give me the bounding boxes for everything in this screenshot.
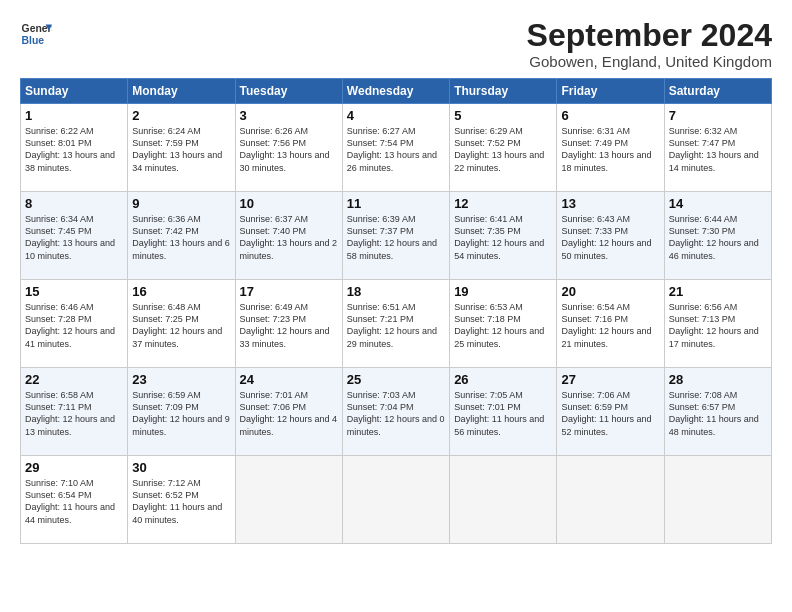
- day-info: Sunrise: 6:48 AM Sunset: 7:25 PM Dayligh…: [132, 301, 230, 350]
- day-number: 13: [561, 196, 659, 211]
- table-row: [664, 456, 771, 544]
- logo: General Blue: [20, 18, 52, 50]
- day-info: Sunrise: 6:58 AM Sunset: 7:11 PM Dayligh…: [25, 389, 123, 438]
- day-number: 1: [25, 108, 123, 123]
- table-row: 29Sunrise: 7:10 AM Sunset: 6:54 PM Dayli…: [21, 456, 128, 544]
- table-row: 10Sunrise: 6:37 AM Sunset: 7:40 PM Dayli…: [235, 192, 342, 280]
- calendar-week-row: 29Sunrise: 7:10 AM Sunset: 6:54 PM Dayli…: [21, 456, 772, 544]
- svg-text:Blue: Blue: [22, 35, 45, 46]
- table-row: 7Sunrise: 6:32 AM Sunset: 7:47 PM Daylig…: [664, 104, 771, 192]
- table-row: 13Sunrise: 6:43 AM Sunset: 7:33 PM Dayli…: [557, 192, 664, 280]
- day-info: Sunrise: 6:43 AM Sunset: 7:33 PM Dayligh…: [561, 213, 659, 262]
- day-info: Sunrise: 6:53 AM Sunset: 7:18 PM Dayligh…: [454, 301, 552, 350]
- calendar-week-row: 8Sunrise: 6:34 AM Sunset: 7:45 PM Daylig…: [21, 192, 772, 280]
- table-row: 4Sunrise: 6:27 AM Sunset: 7:54 PM Daylig…: [342, 104, 449, 192]
- table-row: 30Sunrise: 7:12 AM Sunset: 6:52 PM Dayli…: [128, 456, 235, 544]
- day-number: 17: [240, 284, 338, 299]
- day-info: Sunrise: 6:39 AM Sunset: 7:37 PM Dayligh…: [347, 213, 445, 262]
- day-number: 2: [132, 108, 230, 123]
- table-row: 18Sunrise: 6:51 AM Sunset: 7:21 PM Dayli…: [342, 280, 449, 368]
- day-info: Sunrise: 7:03 AM Sunset: 7:04 PM Dayligh…: [347, 389, 445, 438]
- day-info: Sunrise: 7:12 AM Sunset: 6:52 PM Dayligh…: [132, 477, 230, 526]
- col-wednesday: Wednesday: [342, 79, 449, 104]
- title-block: September 2024 Gobowen, England, United …: [527, 18, 772, 70]
- table-row: 14Sunrise: 6:44 AM Sunset: 7:30 PM Dayli…: [664, 192, 771, 280]
- header-row: Sunday Monday Tuesday Wednesday Thursday…: [21, 79, 772, 104]
- day-info: Sunrise: 6:51 AM Sunset: 7:21 PM Dayligh…: [347, 301, 445, 350]
- table-row: 24Sunrise: 7:01 AM Sunset: 7:06 PM Dayli…: [235, 368, 342, 456]
- table-row: [557, 456, 664, 544]
- table-row: 25Sunrise: 7:03 AM Sunset: 7:04 PM Dayli…: [342, 368, 449, 456]
- day-info: Sunrise: 7:01 AM Sunset: 7:06 PM Dayligh…: [240, 389, 338, 438]
- day-info: Sunrise: 6:56 AM Sunset: 7:13 PM Dayligh…: [669, 301, 767, 350]
- table-row: [235, 456, 342, 544]
- day-number: 22: [25, 372, 123, 387]
- day-info: Sunrise: 6:31 AM Sunset: 7:49 PM Dayligh…: [561, 125, 659, 174]
- day-info: Sunrise: 7:10 AM Sunset: 6:54 PM Dayligh…: [25, 477, 123, 526]
- day-number: 6: [561, 108, 659, 123]
- day-number: 27: [561, 372, 659, 387]
- calendar-week-row: 22Sunrise: 6:58 AM Sunset: 7:11 PM Dayli…: [21, 368, 772, 456]
- table-row: 15Sunrise: 6:46 AM Sunset: 7:28 PM Dayli…: [21, 280, 128, 368]
- table-row: [450, 456, 557, 544]
- location: Gobowen, England, United Kingdom: [527, 53, 772, 70]
- day-info: Sunrise: 6:34 AM Sunset: 7:45 PM Dayligh…: [25, 213, 123, 262]
- col-thursday: Thursday: [450, 79, 557, 104]
- day-info: Sunrise: 7:08 AM Sunset: 6:57 PM Dayligh…: [669, 389, 767, 438]
- table-row: 27Sunrise: 7:06 AM Sunset: 6:59 PM Dayli…: [557, 368, 664, 456]
- day-number: 20: [561, 284, 659, 299]
- day-info: Sunrise: 6:49 AM Sunset: 7:23 PM Dayligh…: [240, 301, 338, 350]
- table-row: 3Sunrise: 6:26 AM Sunset: 7:56 PM Daylig…: [235, 104, 342, 192]
- day-number: 8: [25, 196, 123, 211]
- table-row: 17Sunrise: 6:49 AM Sunset: 7:23 PM Dayli…: [235, 280, 342, 368]
- table-row: 9Sunrise: 6:36 AM Sunset: 7:42 PM Daylig…: [128, 192, 235, 280]
- day-number: 3: [240, 108, 338, 123]
- table-row: 11Sunrise: 6:39 AM Sunset: 7:37 PM Dayli…: [342, 192, 449, 280]
- day-number: 23: [132, 372, 230, 387]
- day-info: Sunrise: 6:37 AM Sunset: 7:40 PM Dayligh…: [240, 213, 338, 262]
- day-number: 16: [132, 284, 230, 299]
- day-info: Sunrise: 6:36 AM Sunset: 7:42 PM Dayligh…: [132, 213, 230, 262]
- table-row: 6Sunrise: 6:31 AM Sunset: 7:49 PM Daylig…: [557, 104, 664, 192]
- month-title: September 2024: [527, 18, 772, 53]
- day-info: Sunrise: 6:59 AM Sunset: 7:09 PM Dayligh…: [132, 389, 230, 438]
- day-number: 29: [25, 460, 123, 475]
- col-sunday: Sunday: [21, 79, 128, 104]
- col-monday: Monday: [128, 79, 235, 104]
- table-row: 12Sunrise: 6:41 AM Sunset: 7:35 PM Dayli…: [450, 192, 557, 280]
- day-number: 18: [347, 284, 445, 299]
- table-row: 22Sunrise: 6:58 AM Sunset: 7:11 PM Dayli…: [21, 368, 128, 456]
- day-number: 30: [132, 460, 230, 475]
- day-info: Sunrise: 6:32 AM Sunset: 7:47 PM Dayligh…: [669, 125, 767, 174]
- day-info: Sunrise: 6:22 AM Sunset: 8:01 PM Dayligh…: [25, 125, 123, 174]
- day-number: 15: [25, 284, 123, 299]
- day-info: Sunrise: 6:26 AM Sunset: 7:56 PM Dayligh…: [240, 125, 338, 174]
- table-row: 19Sunrise: 6:53 AM Sunset: 7:18 PM Dayli…: [450, 280, 557, 368]
- day-info: Sunrise: 6:27 AM Sunset: 7:54 PM Dayligh…: [347, 125, 445, 174]
- table-row: 23Sunrise: 6:59 AM Sunset: 7:09 PM Dayli…: [128, 368, 235, 456]
- day-number: 19: [454, 284, 552, 299]
- day-number: 21: [669, 284, 767, 299]
- col-saturday: Saturday: [664, 79, 771, 104]
- day-number: 11: [347, 196, 445, 211]
- table-row: 2Sunrise: 6:24 AM Sunset: 7:59 PM Daylig…: [128, 104, 235, 192]
- table-row: 21Sunrise: 6:56 AM Sunset: 7:13 PM Dayli…: [664, 280, 771, 368]
- day-number: 5: [454, 108, 552, 123]
- col-friday: Friday: [557, 79, 664, 104]
- table-row: 5Sunrise: 6:29 AM Sunset: 7:52 PM Daylig…: [450, 104, 557, 192]
- table-row: [342, 456, 449, 544]
- day-number: 26: [454, 372, 552, 387]
- day-number: 28: [669, 372, 767, 387]
- table-row: 28Sunrise: 7:08 AM Sunset: 6:57 PM Dayli…: [664, 368, 771, 456]
- day-number: 4: [347, 108, 445, 123]
- day-number: 7: [669, 108, 767, 123]
- day-info: Sunrise: 7:06 AM Sunset: 6:59 PM Dayligh…: [561, 389, 659, 438]
- calendar-week-row: 15Sunrise: 6:46 AM Sunset: 7:28 PM Dayli…: [21, 280, 772, 368]
- day-info: Sunrise: 7:05 AM Sunset: 7:01 PM Dayligh…: [454, 389, 552, 438]
- logo-icon: General Blue: [20, 18, 52, 50]
- day-info: Sunrise: 6:46 AM Sunset: 7:28 PM Dayligh…: [25, 301, 123, 350]
- day-number: 12: [454, 196, 552, 211]
- col-tuesday: Tuesday: [235, 79, 342, 104]
- table-row: 16Sunrise: 6:48 AM Sunset: 7:25 PM Dayli…: [128, 280, 235, 368]
- page: General Blue September 2024 Gobowen, Eng…: [0, 0, 792, 612]
